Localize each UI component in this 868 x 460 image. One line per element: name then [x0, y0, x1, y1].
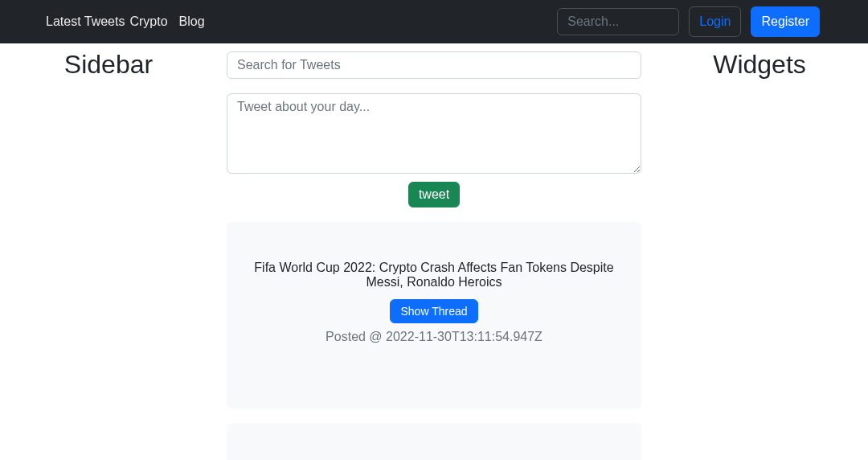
- widgets-title: Widgets: [661, 50, 858, 80]
- nav-link-crypto[interactable]: Crypto: [127, 14, 170, 29]
- nav-left: Latest Tweets Crypto Blog: [13, 14, 207, 29]
- sidebar-title: Sidebar: [10, 50, 207, 80]
- register-button[interactable]: Register: [751, 6, 820, 37]
- tweet-title: Fifa World Cup 2022: Crypto Crash Affect…: [246, 261, 622, 290]
- nav-link-latest-tweets[interactable]: Latest Tweets: [43, 14, 127, 29]
- main: tweet Fifa World Cup 2022: Crypto Crash …: [217, 47, 651, 460]
- sidebar: Sidebar: [0, 47, 217, 460]
- show-thread-button[interactable]: Show Thread: [390, 299, 477, 323]
- nav-link-blog[interactable]: Blog: [177, 14, 207, 29]
- container: Sidebar tweet Fifa World Cup 2022: Crypt…: [0, 43, 868, 460]
- tweet-card: FTX saw a dramatic demise after the coll…: [227, 423, 641, 460]
- navbar: Latest Tweets Crypto Blog Login Register: [0, 0, 868, 43]
- compose-textarea[interactable]: [227, 93, 641, 174]
- search-input[interactable]: [557, 8, 679, 35]
- tweet-card: Fifa World Cup 2022: Crypto Crash Affect…: [227, 222, 641, 409]
- nav-right: Login Register: [557, 6, 855, 37]
- tweet-posted: Posted @ 2022-11-30T13:11:54.947Z: [246, 330, 622, 344]
- search-tweets-input[interactable]: [227, 51, 641, 79]
- widgets: Widgets: [651, 47, 868, 460]
- login-button[interactable]: Login: [689, 6, 741, 37]
- tweet-button[interactable]: tweet: [408, 182, 460, 207]
- tweet-button-row: tweet: [227, 182, 641, 207]
